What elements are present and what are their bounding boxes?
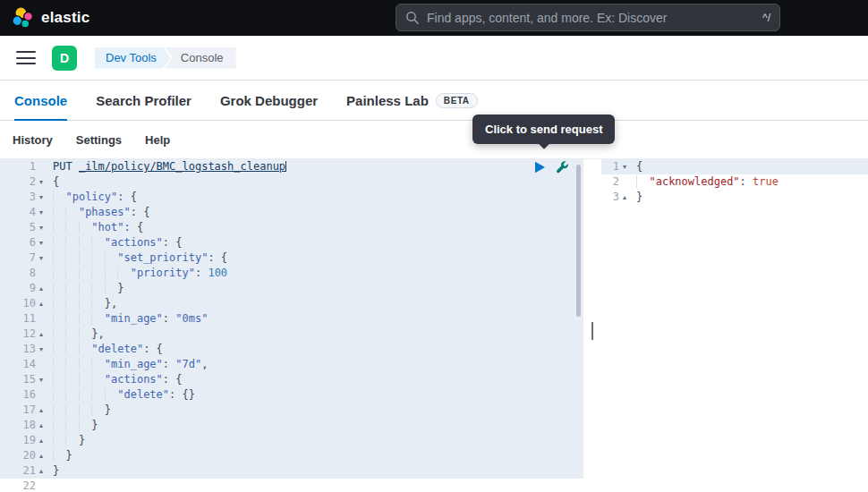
request-line-17[interactable]: 17▴ }	[0, 403, 583, 418]
request-line-11[interactable]: 11 "min_age": "0ms"	[0, 311, 583, 327]
line-number[interactable]: 19▴	[0, 433, 47, 448]
fold-up-icon[interactable]: ▴	[36, 433, 47, 448]
request-line-1[interactable]: 1PUT _ilm/policy/BMC_logstash_cleanup	[0, 159, 583, 174]
space-avatar[interactable]: D	[52, 46, 77, 71]
devtools-tabs: Console Search Profiler Grok Debugger Pa…	[0, 81, 868, 121]
console-toolbar: History Settings Help	[0, 121, 868, 159]
send-request-tooltip: Click to send request	[472, 115, 615, 144]
code-text: }	[47, 418, 583, 433]
line-number[interactable]: 1▾	[601, 159, 630, 174]
line-number: 14	[0, 357, 47, 372]
line-number[interactable]: 13▾	[0, 342, 47, 357]
line-number[interactable]: 17▴	[0, 403, 47, 418]
request-line-3[interactable]: 3▾ "policy": {	[0, 190, 583, 205]
request-line-15[interactable]: 15▾ "actions": {	[0, 372, 583, 387]
request-line-19[interactable]: 19▴ }	[0, 433, 583, 448]
code-text: "min_age": "7d",	[47, 357, 583, 372]
line-number[interactable]: 5▾	[0, 220, 47, 235]
tab-search-profiler-label: Search Profiler	[96, 93, 191, 108]
code-text: }	[630, 190, 868, 205]
request-line-14[interactable]: 14 "min_age": "7d",	[0, 357, 583, 372]
fold-up-icon[interactable]: ▴	[36, 418, 47, 433]
line-number[interactable]: 12▴	[0, 327, 47, 342]
fold-down-icon[interactable]: ▾	[36, 250, 47, 266]
request-line-6[interactable]: 6▾ "actions": {	[0, 235, 583, 250]
menu-icon[interactable]	[16, 51, 36, 64]
request-line-21[interactable]: 21▴}	[0, 463, 583, 479]
request-line-16[interactable]: 16 "delete": {}	[0, 387, 583, 403]
line-number[interactable]: 10▴	[0, 296, 47, 311]
tab-painless-lab[interactable]: Painless Lab BETA	[346, 81, 478, 120]
fold-down-icon[interactable]: ▾	[36, 174, 47, 190]
line-number: 1	[0, 159, 47, 174]
fold-down-icon[interactable]: ▾	[36, 372, 47, 387]
request-line-8[interactable]: 8 "priority": 100	[0, 266, 583, 281]
global-search[interactable]: ^/	[396, 4, 780, 31]
console-editor: 1PUT _ilm/policy/BMC_logstash_cleanup2▾{…	[0, 159, 868, 492]
line-number[interactable]: 15▾	[0, 372, 47, 387]
tab-console[interactable]: Console	[14, 81, 67, 120]
line-number[interactable]: 3▾	[0, 190, 47, 205]
fold-down-icon[interactable]: ▾	[36, 190, 47, 205]
line-number[interactable]: 21▴	[0, 463, 47, 479]
elastic-logo-icon	[11, 6, 34, 30]
breadcrumb-dev-tools[interactable]: Dev Tools	[95, 47, 171, 69]
line-number: 11	[0, 311, 47, 327]
tab-search-profiler[interactable]: Search Profiler	[96, 81, 191, 120]
kibana-app: elastic ^/ D Dev Tools Console Console S…	[0, 0, 868, 492]
code-text	[47, 479, 583, 492]
global-header: elastic ^/	[0, 0, 868, 36]
line-number[interactable]: 7▾	[0, 250, 47, 266]
fold-down-icon[interactable]: ▾	[36, 342, 47, 357]
code-text: },	[47, 327, 583, 342]
line-number[interactable]: 3▴	[601, 190, 630, 205]
code-text: "phases": {	[47, 205, 583, 220]
code-text: }	[47, 433, 583, 448]
line-number[interactable]: 6▾	[0, 235, 47, 250]
request-line-5[interactable]: 5▾ "hot": {	[0, 220, 583, 235]
help-menu[interactable]: Help	[145, 133, 170, 147]
fold-up-icon[interactable]: ▴	[36, 463, 47, 479]
line-number[interactable]: 4▾	[0, 205, 47, 220]
send-request-button[interactable]	[534, 161, 546, 174]
line-number: 16	[0, 387, 47, 403]
request-line-4[interactable]: 4▾ "phases": {	[0, 205, 583, 220]
fold-up-icon[interactable]: ▴	[36, 448, 47, 463]
fold-up-icon[interactable]: ▴	[619, 190, 630, 205]
fold-down-icon[interactable]: ▾	[36, 220, 47, 235]
fold-down-icon[interactable]: ▾	[36, 235, 47, 250]
line-number: 22	[0, 479, 47, 492]
settings-menu[interactable]: Settings	[76, 133, 122, 147]
line-number[interactable]: 2▾	[0, 174, 47, 190]
fold-up-icon[interactable]: ▴	[36, 327, 47, 342]
breadcrumb: Dev Tools Console	[95, 47, 236, 69]
fold-up-icon[interactable]: ▴	[36, 281, 47, 296]
fold-up-icon[interactable]: ▴	[36, 296, 47, 311]
history-menu[interactable]: History	[13, 133, 53, 147]
line-number[interactable]: 9▴	[0, 281, 47, 296]
request-line-2[interactable]: 2▾{	[0, 174, 583, 190]
tab-grok-debugger[interactable]: Grok Debugger	[220, 81, 318, 120]
request-line-20[interactable]: 20▴ }	[0, 448, 583, 463]
request-editor[interactable]: 1PUT _ilm/policy/BMC_logstash_cleanup2▾{…	[0, 159, 583, 492]
fold-up-icon[interactable]: ▴	[36, 403, 47, 418]
request-line-12[interactable]: 12▴ },	[0, 327, 583, 342]
request-line-7[interactable]: 7▾ "set_priority": {	[0, 250, 583, 266]
code-text: "set_priority": {	[47, 250, 583, 266]
code-text: "policy": {	[47, 190, 583, 205]
request-line-13[interactable]: 13▾ "delete": {	[0, 342, 583, 357]
line-number[interactable]: 18▴	[0, 418, 47, 433]
request-line-9[interactable]: 9▴ }	[0, 281, 583, 296]
request-line-22[interactable]: 22	[0, 479, 583, 492]
fold-down-icon[interactable]: ▾	[619, 159, 630, 174]
response-viewer[interactable]: 1▾{2 "acknowledged": true3▴}	[601, 159, 868, 492]
request-line-10[interactable]: 10▴ },	[0, 296, 583, 311]
elastic-home-link[interactable]: elastic	[0, 6, 89, 30]
line-number[interactable]: 20▴	[0, 448, 47, 463]
search-input[interactable]	[427, 11, 755, 25]
editor-scrollbar[interactable]	[576, 165, 581, 317]
request-line-18[interactable]: 18▴ }	[0, 418, 583, 433]
fold-down-icon[interactable]: ▾	[36, 205, 47, 220]
wrench-icon[interactable]	[556, 160, 569, 174]
panel-resizer[interactable]	[583, 159, 601, 492]
